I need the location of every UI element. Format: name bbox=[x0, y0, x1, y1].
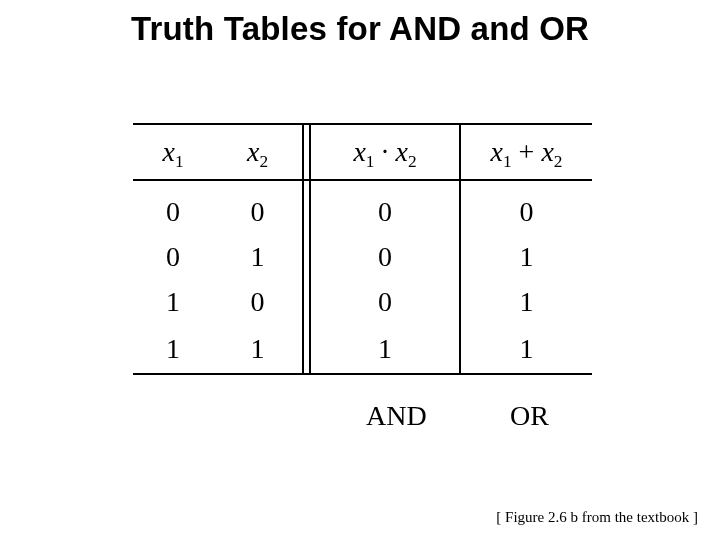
label-and: AND bbox=[366, 400, 427, 432]
page-title: Truth Tables for AND and OR bbox=[0, 10, 720, 48]
cell-or: 1 bbox=[460, 279, 592, 324]
cell-and: 0 bbox=[310, 189, 460, 234]
truth-table-grid: x1 x2 x1 · x2 x1 + x2 0 0 bbox=[133, 123, 592, 375]
cell-x2: 1 bbox=[213, 324, 303, 374]
col-header-and: x1 · x2 bbox=[310, 124, 460, 180]
label-or: OR bbox=[510, 400, 549, 432]
table-row: 0 1 0 1 bbox=[133, 234, 592, 279]
cell-and: 0 bbox=[310, 279, 460, 324]
col-header-x2: x2 bbox=[213, 124, 303, 180]
col-header-or: x1 + x2 bbox=[460, 124, 592, 180]
table-row: 1 1 1 1 bbox=[133, 324, 592, 374]
cell-x1: 1 bbox=[133, 324, 213, 374]
cell-x2: 0 bbox=[213, 189, 303, 234]
col-header-x1: x1 bbox=[133, 124, 213, 180]
cell-or: 0 bbox=[460, 189, 592, 234]
table-row: 1 0 0 1 bbox=[133, 279, 592, 324]
cell-and: 1 bbox=[310, 324, 460, 374]
cell-or: 1 bbox=[460, 324, 592, 374]
divider-col bbox=[303, 124, 310, 180]
table-row: 0 0 0 0 bbox=[133, 189, 592, 234]
cell-x2: 0 bbox=[213, 279, 303, 324]
cell-or: 1 bbox=[460, 234, 592, 279]
table-rule bbox=[133, 180, 592, 189]
table-header-row: x1 x2 x1 · x2 x1 + x2 bbox=[133, 124, 592, 180]
cell-x1: 1 bbox=[133, 279, 213, 324]
truth-table: x1 x2 x1 · x2 x1 + x2 0 0 bbox=[133, 123, 592, 375]
cell-and: 0 bbox=[310, 234, 460, 279]
figure-caption: [ Figure 2.6 b from the textbook ] bbox=[496, 509, 698, 526]
cell-x1: 0 bbox=[133, 234, 213, 279]
slide: Truth Tables for AND and OR x1 x2 x1 · x… bbox=[0, 0, 720, 540]
cell-x1: 0 bbox=[133, 189, 213, 234]
cell-x2: 1 bbox=[213, 234, 303, 279]
